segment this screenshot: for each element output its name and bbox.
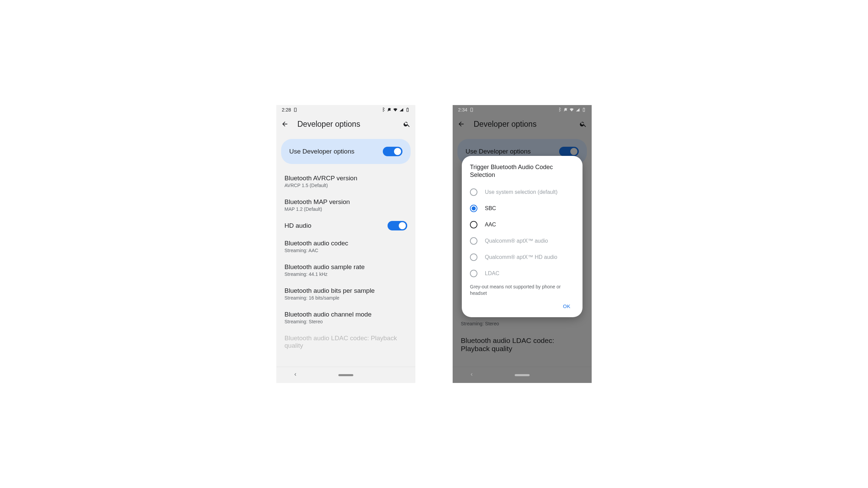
setting-title: Bluetooth audio LDAC codec: Playback qua… [461, 337, 584, 353]
switch-on-icon[interactable] [383, 147, 402, 156]
radio-selected-icon [470, 205, 477, 212]
option-label: SBC [485, 205, 496, 211]
search-icon [579, 120, 587, 128]
option-aptx: Qualcomm® aptX™ audio [470, 233, 574, 249]
nav-back[interactable] [293, 372, 298, 378]
dnd-icon [387, 107, 392, 112]
status-portrait-icon [293, 107, 298, 112]
signal-icon [399, 107, 404, 112]
svg-rect-7 [584, 108, 584, 108]
chevron-left-icon [469, 372, 474, 377]
setting-avrcp[interactable]: Bluetooth AVRCP version AVRCP 1.5 (Defau… [276, 169, 415, 193]
setting-subtitle: Streaming: Stereo [461, 321, 584, 326]
radio-unselected-icon [470, 253, 477, 261]
setting-subtitle: Streaming: 44.1 kHz [284, 271, 407, 277]
search-button[interactable] [403, 120, 411, 128]
setting-sample-rate[interactable]: Bluetooth audio sample rate Streaming: 4… [276, 258, 415, 282]
chevron-left-icon [293, 372, 298, 377]
back-button[interactable] [281, 120, 289, 128]
page-title: Developer options [474, 120, 536, 129]
setting-hd-audio[interactable]: HD audio [276, 217, 415, 235]
setting-title: HD audio [284, 222, 311, 229]
setting-ldac[interactable]: Bluetooth audio LDAC codec: Playback qua… [276, 329, 415, 354]
setting-channel-mode[interactable]: Bluetooth audio channel mode Streaming: … [276, 306, 415, 329]
switch-on-icon [559, 147, 579, 156]
setting-subtitle: Streaming: Stereo [284, 319, 407, 324]
bluetooth-icon [381, 107, 386, 112]
nav-home-pill[interactable] [338, 374, 353, 376]
setting-codec[interactable]: Bluetooth audio codec Streaming: AAC [276, 235, 415, 258]
app-bar: Developer options [276, 115, 415, 134]
status-bar: 2:28 [276, 105, 415, 115]
radio-unselected-icon [470, 221, 477, 228]
setting-title: Bluetooth MAP version [284, 198, 407, 206]
wifi-icon [393, 107, 398, 112]
phone-left: 2:28 Developer options Use Developer opt… [276, 105, 415, 383]
switch-on-icon[interactable] [388, 221, 407, 230]
page-title: Developer options [297, 120, 360, 129]
option-aac[interactable]: AAC [470, 217, 574, 233]
option-ldac: LDAC [470, 265, 574, 282]
status-portrait-icon [469, 107, 474, 112]
app-bar: Developer options [453, 115, 592, 134]
use-developer-options-toggle[interactable]: Use Developer options [281, 139, 411, 164]
setting-ldac: Bluetooth audio LDAC codec: Playback qua… [453, 331, 592, 358]
option-default: Use system selection (default) [470, 184, 574, 200]
signal-icon [575, 107, 580, 112]
settings-list[interactable]: Use Developer options Bluetooth AVRCP ve… [276, 134, 415, 367]
option-label: AAC [485, 222, 496, 228]
use-developer-options-label: Use Developer options [289, 148, 354, 155]
dialog-title: Trigger Bluetooth Audio Codec Selection [470, 163, 574, 179]
search-icon [403, 120, 411, 128]
back-button [457, 120, 465, 128]
svg-rect-0 [294, 108, 296, 112]
svg-rect-2 [407, 108, 409, 111]
phone-right: 2:34 Developer options Use Developer opt… [453, 105, 592, 383]
arrow-back-icon [281, 120, 289, 128]
ok-button[interactable]: OK [559, 300, 574, 312]
search-button [579, 120, 587, 128]
wifi-icon [569, 107, 574, 112]
option-sbc[interactable]: SBC [470, 200, 574, 217]
setting-title: Bluetooth audio channel mode [284, 311, 407, 318]
svg-rect-3 [407, 108, 408, 108]
option-label: LDAC [485, 270, 499, 277]
status-bar: 2:34 [453, 105, 592, 115]
setting-channel-mode: Streaming: Stereo [453, 315, 592, 331]
status-time: 2:28 [282, 107, 291, 113]
codec-selection-dialog: Trigger Bluetooth Audio Codec Selection … [462, 156, 583, 317]
setting-subtitle: MAP 1.2 (Default) [284, 206, 407, 212]
option-aptx-hd: Qualcomm® aptX™ HD audio [470, 249, 574, 265]
setting-subtitle: Streaming: 16 bits/sample [284, 295, 407, 301]
nav-bar [453, 367, 592, 383]
setting-bits[interactable]: Bluetooth audio bits per sample Streamin… [276, 282, 415, 306]
nav-home-pill[interactable] [515, 374, 530, 376]
svg-rect-6 [583, 108, 585, 111]
battery-icon [405, 107, 410, 112]
status-time: 2:34 [458, 107, 467, 113]
setting-subtitle: AVRCP 1.5 (Default) [284, 183, 407, 188]
setting-map[interactable]: Bluetooth MAP version MAP 1.2 (Default) [276, 193, 415, 217]
radio-unselected-icon [470, 270, 477, 277]
setting-title: Bluetooth audio codec [284, 240, 407, 247]
radio-unselected-icon [470, 237, 477, 245]
svg-rect-4 [471, 108, 473, 112]
nav-bar [276, 367, 415, 383]
use-developer-options-label: Use Developer options [466, 148, 531, 155]
option-label: Qualcomm® aptX™ HD audio [485, 254, 557, 260]
nav-back[interactable] [469, 372, 474, 378]
option-label: Qualcomm® aptX™ audio [485, 238, 548, 244]
setting-subtitle: Streaming: AAC [284, 248, 407, 253]
option-label: Use system selection (default) [485, 189, 557, 195]
arrow-back-icon [457, 120, 465, 128]
bluetooth-icon [557, 107, 562, 112]
dnd-icon [563, 107, 568, 112]
setting-title: Bluetooth audio LDAC codec: Playback qua… [284, 334, 407, 349]
setting-title: Bluetooth AVRCP version [284, 175, 407, 182]
setting-title: Bluetooth audio sample rate [284, 263, 407, 271]
battery-icon [581, 107, 586, 112]
setting-title: Bluetooth audio bits per sample [284, 287, 407, 294]
radio-unselected-icon [470, 188, 477, 196]
dialog-footnote: Grey-out means not supported by phone or… [470, 284, 574, 297]
